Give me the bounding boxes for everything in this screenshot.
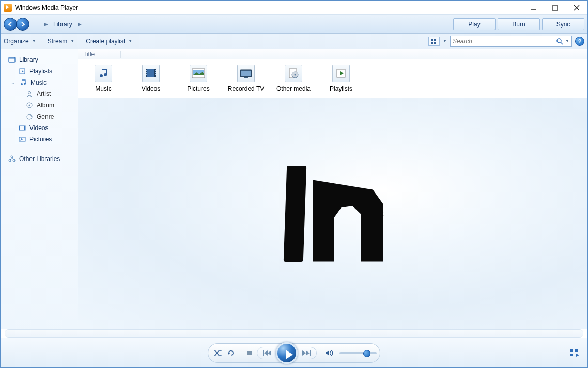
back-button[interactable]: [4, 18, 17, 31]
switch-view-icon: [570, 349, 579, 357]
volume-slider[interactable]: [339, 352, 377, 354]
sidebar-label: Library: [19, 55, 38, 65]
help-button[interactable]: ?: [575, 37, 584, 46]
stop-button[interactable]: [243, 345, 256, 361]
column-header[interactable]: Title: [78, 49, 587, 59]
breadcrumb-item[interactable]: Library: [53, 21, 72, 28]
svg-point-48: [295, 74, 296, 76]
svg-marker-58: [302, 350, 306, 356]
music-icon: [95, 65, 112, 82]
svg-rect-1: [552, 6, 558, 10]
play-button[interactable]: [276, 342, 298, 364]
sidebar-item-artist[interactable]: Artist: [3, 88, 75, 100]
svg-marker-56: [264, 350, 268, 356]
svg-point-8: [557, 39, 561, 43]
svg-rect-10: [9, 57, 15, 62]
playlist-icon: [332, 65, 350, 82]
view-options-button[interactable]: [428, 37, 440, 46]
sidebar-label: Pictures: [29, 135, 52, 144]
window: Windows Media Player ▶ Library ▶ Play: [0, 0, 588, 368]
create-playlist-menu[interactable]: Create playlist ▼: [86, 38, 132, 45]
sidebar: Library Playlists ⌄ Music Artist: [1, 49, 78, 329]
tv-icon: [237, 65, 255, 82]
content-background: 264: [78, 98, 587, 329]
library-item-music[interactable]: Music: [85, 65, 121, 92]
play-tab-button[interactable]: Play: [453, 18, 496, 30]
search-icon[interactable]: [556, 38, 563, 45]
svg-rect-54: [247, 351, 252, 355]
sidebar-label: Music: [30, 78, 47, 87]
switch-view-button[interactable]: [569, 348, 580, 358]
minimize-button[interactable]: [522, 1, 544, 15]
svg-rect-60: [310, 350, 311, 356]
navbar: ▶ Library ▶ Play Burn Sync: [1, 15, 587, 34]
search-box[interactable]: ▼: [450, 36, 572, 47]
library-item-pictures[interactable]: Pictures: [180, 65, 216, 92]
organize-menu[interactable]: Organize ▼: [4, 38, 36, 45]
app-icon: [4, 4, 12, 12]
search-input[interactable]: [453, 38, 556, 45]
library-item-playlists[interactable]: Playlists: [323, 65, 359, 92]
svg-rect-63: [575, 349, 578, 352]
library-item-other-media[interactable]: Other media: [275, 65, 312, 92]
burn-tab-button[interactable]: Burn: [498, 18, 540, 30]
svg-rect-45: [244, 77, 248, 78]
library-item-videos[interactable]: Videos: [133, 65, 169, 92]
sync-tab-button[interactable]: Sync: [542, 18, 584, 30]
svg-rect-64: [570, 354, 573, 356]
svg-marker-57: [268, 350, 271, 356]
sidebar-label: Genre: [37, 112, 54, 121]
menubar: Organize ▼ Stream ▼ Create playlist ▼ ▼ …: [1, 34, 587, 49]
stream-menu[interactable]: Stream ▼: [48, 38, 75, 45]
sidebar-label: Videos: [29, 123, 48, 133]
horizontal-scrollbar[interactable]: [5, 329, 583, 338]
svg-rect-21: [19, 126, 20, 130]
library-item-recorded-tv[interactable]: Recorded TV: [228, 65, 264, 92]
window-title: Windows Media Player: [15, 4, 522, 11]
maximize-button[interactable]: [544, 1, 566, 15]
sidebar-item-album[interactable]: Album: [3, 100, 75, 111]
library-item-label: Other media: [276, 85, 311, 92]
video-icon: [142, 65, 160, 82]
close-button[interactable]: [566, 1, 587, 15]
repeat-button[interactable]: [225, 345, 237, 361]
chevron-down-icon[interactable]: ▼: [443, 39, 447, 43]
chevron-down-icon: ▼: [128, 39, 132, 43]
view-grid-icon: [431, 39, 437, 44]
sidebar-label: Artist: [37, 89, 51, 99]
shuffle-button[interactable]: [211, 345, 224, 361]
sidebar-item-genre[interactable]: Genre: [3, 111, 75, 122]
svg-rect-36: [146, 72, 147, 73]
breadcrumb-sep-icon: ▶: [44, 21, 48, 27]
svg-marker-59: [306, 350, 310, 356]
sidebar-item-music[interactable]: ⌄ Music: [3, 77, 75, 88]
sidebar-item-other-libraries[interactable]: Other Libraries: [3, 153, 75, 165]
sidebar-item-library[interactable]: Library: [3, 54, 75, 66]
close-icon: [574, 5, 580, 11]
chevron-down-icon[interactable]: ▼: [565, 39, 569, 43]
svg-rect-44: [241, 71, 251, 76]
mute-button[interactable]: [323, 345, 335, 361]
svg-marker-13: [22, 70, 24, 72]
expand-icon[interactable]: ⌄: [11, 78, 16, 87]
content-area: Library Playlists ⌄ Music Artist: [1, 49, 587, 329]
svg-marker-52: [221, 354, 222, 356]
forward-button[interactable]: [16, 18, 29, 31]
breadcrumb[interactable]: ▶ Library ▶: [44, 21, 82, 28]
sidebar-item-playlists[interactable]: Playlists: [3, 66, 75, 77]
svg-line-28: [10, 158, 12, 160]
previous-button[interactable]: [259, 345, 275, 361]
sidebar-item-videos[interactable]: Videos: [3, 122, 75, 134]
chevron-down-icon: ▼: [70, 39, 74, 43]
next-button[interactable]: [299, 345, 314, 361]
sidebar-item-pictures[interactable]: Pictures: [3, 134, 75, 145]
back-arrow-icon: [7, 21, 13, 27]
svg-point-14: [21, 83, 23, 85]
svg-rect-7: [434, 42, 436, 44]
volume-icon: [325, 349, 333, 357]
library-item-label: Videos: [142, 85, 160, 92]
artist-icon: [25, 90, 34, 98]
forward-arrow-icon: [20, 21, 26, 27]
network-icon: [8, 155, 16, 163]
svg-point-31: [104, 73, 107, 76]
